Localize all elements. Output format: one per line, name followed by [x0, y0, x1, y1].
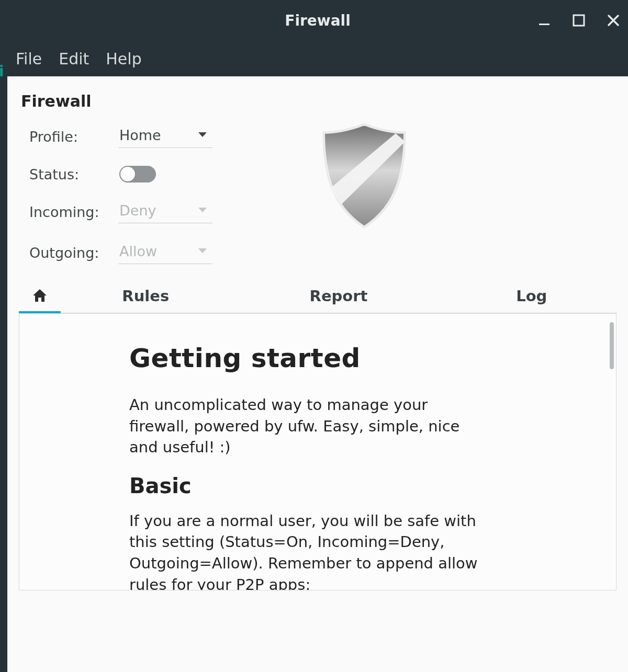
status-label: Status:	[29, 166, 118, 183]
page-title: Firewall	[21, 92, 616, 110]
chevron-down-icon	[198, 246, 207, 256]
minimize-button[interactable]	[535, 11, 554, 30]
help-content: Getting started An uncomplicated way to …	[129, 343, 585, 590]
content-panel[interactable]: Getting started An uncomplicated way to …	[19, 313, 616, 590]
client-area: Firewall Profile: Home Status: Incoming:…	[7, 76, 628, 672]
menu-file[interactable]: File	[16, 50, 42, 68]
settings-form: Profile: Home Status: Incoming: Deny Out…	[29, 125, 212, 264]
content-heading-2: Basic	[129, 474, 585, 498]
home-icon	[32, 288, 48, 303]
content-basic-text: If you are a normal user, you will be sa…	[129, 510, 485, 590]
incoming-value: Deny	[119, 202, 156, 219]
menu-edit[interactable]: Edit	[59, 50, 89, 68]
chevron-down-icon	[198, 130, 207, 140]
background-text-fragment-left: i	[0, 63, 4, 80]
profile-select[interactable]: Home	[118, 125, 212, 148]
shield-illustration	[317, 121, 411, 233]
window-title: Firewall	[285, 12, 350, 29]
tab-report[interactable]: Report	[231, 279, 447, 313]
content-intro: An uncomplicated way to manage your fire…	[129, 394, 485, 458]
tab-bar: Rules Report Log	[19, 280, 616, 313]
content-heading-1: Getting started	[129, 343, 585, 373]
maximize-icon	[572, 14, 586, 27]
chevron-down-icon	[198, 206, 207, 215]
outgoing-select[interactable]: Allow	[118, 241, 212, 264]
minimize-icon	[537, 13, 552, 28]
menu-help[interactable]: Help	[106, 50, 141, 68]
titlebar: Firewall	[7, 0, 628, 41]
incoming-select[interactable]: Deny	[118, 200, 212, 223]
shield-icon	[317, 121, 411, 231]
profile-value: Home	[119, 127, 161, 143]
tab-rules[interactable]: Rules	[61, 279, 231, 313]
settings-row: Profile: Home Status: Incoming: Deny Out…	[29, 125, 616, 264]
maximize-button[interactable]	[569, 11, 588, 30]
menubar: File Edit Help	[7, 41, 628, 76]
svg-rect-0	[539, 24, 550, 25]
status-toggle[interactable]	[119, 166, 156, 183]
close-button[interactable]	[604, 11, 623, 30]
tab-log[interactable]: Log	[447, 279, 617, 313]
incoming-label: Incoming:	[29, 204, 118, 220]
profile-label: Profile:	[29, 129, 118, 145]
app-window: Firewall File Edit Help Firewall Profile…	[7, 0, 628, 672]
outgoing-label: Outgoing:	[29, 245, 118, 261]
titlebar-controls	[535, 0, 623, 41]
toggle-knob	[120, 167, 135, 181]
tab-home[interactable]	[19, 280, 61, 313]
close-icon	[606, 13, 621, 28]
svg-rect-1	[574, 15, 584, 26]
scrollbar-thumb[interactable]	[610, 322, 614, 369]
outgoing-value: Allow	[119, 243, 157, 259]
